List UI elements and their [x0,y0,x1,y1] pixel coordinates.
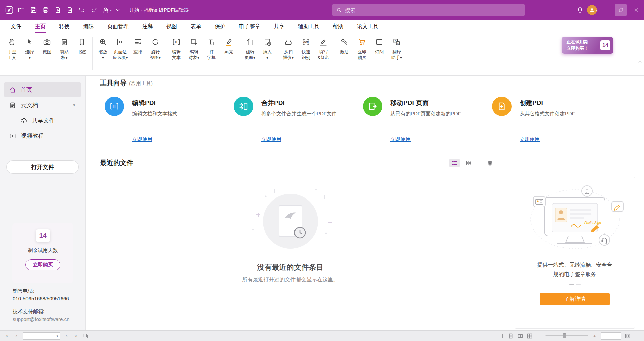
snapshot-button[interactable]: 截图 [38,36,56,56]
tab-protect[interactable]: 保护 [208,20,232,33]
trial-banner[interactable]: 正在试用期 立即购买！ 14 [562,37,613,54]
bookmark-button[interactable]: 书签 [73,36,91,56]
learn-more-button[interactable]: 了解详情 [540,293,610,305]
page-number-box[interactable]: ▾ [23,332,60,340]
hand-tool-button[interactable]: 手型 工具 [3,36,21,61]
carousel-dots[interactable] [569,284,581,285]
notifications-bell-icon[interactable] [574,4,586,16]
previous-page-icon[interactable]: ‹ [13,333,19,339]
continuous-view-icon[interactable] [508,333,514,339]
edit-object-button[interactable]: 编辑 对象▾ [185,36,203,61]
previous-view-icon[interactable] [83,333,89,339]
sidebar-item-shared-files[interactable]: 共享文件 [4,113,81,128]
buy-now-button[interactable]: 立即 购买 [353,36,371,61]
minimize-button[interactable] [598,0,613,20]
export-pdf-icon[interactable] [52,4,64,16]
card-merge-pdf[interactable]: 合并PDF 将多个文件合并生成一个PDF文件 立即使用 [229,97,358,144]
tab-esign[interactable]: 电子签章 [232,20,267,33]
rotate-pages-button[interactable]: 旋转 页面▾ [241,36,259,61]
carousel-dot-active[interactable] [569,284,574,285]
translate-assistant-button[interactable]: A文 翻译 助手▾ [388,36,406,61]
use-now-link[interactable]: 立即使用 [261,136,281,143]
use-now-link[interactable]: 立即使用 [132,136,152,143]
two-page-view-icon[interactable] [517,333,523,339]
redo-icon[interactable] [88,4,100,16]
tab-comment[interactable]: 注释 [136,20,160,33]
card-edit-pdf[interactable]: iT 编辑PDF 编辑文档和文本格式 立即使用 [100,97,229,144]
activate-button[interactable]: 激活 [336,36,353,56]
zoom-level-input[interactable] [601,333,621,339]
single-page-view-icon[interactable] [498,333,504,339]
zoom-level-box[interactable] [601,332,621,340]
clipboard-button[interactable]: 剪贴 板▾ [56,36,73,61]
sidebar-item-home[interactable]: 首页 [4,82,81,97]
tab-paper-tools[interactable]: 论文工具 [350,20,385,33]
search-input[interactable] [345,7,521,13]
card-move-pdf-pages[interactable]: 移动PDF页面 从已有的PDF页面创建新的PDF 立即使用 [358,97,487,144]
ocr-button[interactable]: OCR 快速 识别 [297,36,315,61]
grid-view-button[interactable] [464,159,474,167]
from-scanner-button[interactable]: 从扫 描仪▾ [280,36,297,61]
maximize-button[interactable] [613,0,629,20]
select-tool-button[interactable]: 选择 ▾ [21,36,38,61]
share-doc-icon[interactable] [64,4,76,16]
subscribe-button[interactable]: 订阅 [371,36,388,56]
tab-view[interactable]: 视图 [160,20,184,33]
typewriter-button[interactable]: 打 字机 [203,36,220,61]
tab-help[interactable]: 帮助 [326,20,350,33]
chevron-down-icon[interactable]: ▾ [55,334,60,338]
ribbon-options-icon[interactable] [112,4,124,16]
undo-icon[interactable] [76,4,88,16]
insert-pages-button[interactable]: 插入 ▾ [259,36,276,61]
zoom-in-icon[interactable]: + [592,333,598,339]
tab-file[interactable]: 文件 [4,20,28,33]
edit-text-button[interactable]: iT 编辑 文本 [168,36,185,61]
page-number-input[interactable] [23,333,55,338]
buy-now-pill-button[interactable]: 立即购买 [25,259,60,270]
sidebar-item-video-tutorials[interactable]: 视频教程 [4,128,81,144]
page-fit-button[interactable]: 页面适 应选项▾ [112,36,129,61]
use-now-link[interactable]: 立即使用 [520,136,540,143]
card-desc: 编辑文档和文本格式 [132,111,177,117]
open-file-button[interactable]: 打开文件 [6,160,79,174]
zoom-slider-thumb[interactable] [563,333,566,338]
sidebar-item-cloud-docs[interactable]: 云文档 ▾ [4,98,81,113]
search-box[interactable] [332,4,525,16]
fit-width-icon[interactable] [625,333,631,339]
tab-form[interactable]: 表单 [184,20,208,33]
clear-recent-trash-button[interactable] [485,159,495,167]
next-page-icon[interactable]: › [64,333,70,339]
open-file-icon[interactable] [15,4,28,16]
support-email-value[interactable]: support@foxitsoftware.cn [13,315,69,323]
tab-share[interactable]: 共享 [267,20,291,33]
print-icon[interactable] [40,4,52,16]
rotate-view-button[interactable]: 旋转 视图▾ [147,36,164,61]
last-page-icon[interactable]: » [73,333,79,339]
tab-accessibility[interactable]: 辅助工具 [291,20,326,33]
use-now-link[interactable]: 立即使用 [390,136,411,143]
scroll-up-icon[interactable] [638,60,642,66]
save-icon[interactable] [28,4,40,16]
fill-sign-button[interactable]: 填写 &签名 [315,36,332,61]
tab-convert[interactable]: 转换 [52,20,76,33]
carousel-dot[interactable] [576,284,581,285]
card-create-pdf[interactable]: 创建PDF 从其它格式文件创建PDF 立即使用 [487,97,616,144]
fullscreen-icon[interactable] [634,333,640,339]
tab-page-manage[interactable]: 页面管理 [101,20,136,33]
close-button[interactable] [629,0,644,20]
first-page-icon[interactable]: « [4,333,10,339]
tab-home[interactable]: 主页 [28,20,52,33]
tools-section-title: 工具向导(常用工具) [100,78,153,88]
chevron-down-icon[interactable]: ▾ [73,103,75,107]
page-fit-icon [116,37,125,47]
next-view-icon[interactable] [92,333,98,339]
list-view-button[interactable] [449,159,460,167]
status-bar: « ‹ ▾ › » − [0,330,644,341]
tab-edit[interactable]: 编辑 [76,20,101,33]
zoom-out-icon[interactable]: − [536,333,542,339]
zoom-slider[interactable] [545,335,588,336]
zoom-button[interactable]: 缩放 ▾ [94,36,112,61]
reflow-button[interactable]: 重排 [129,36,147,56]
two-page-continuous-view-icon[interactable] [527,333,533,339]
highlight-button[interactable]: 高亮 [220,36,237,56]
